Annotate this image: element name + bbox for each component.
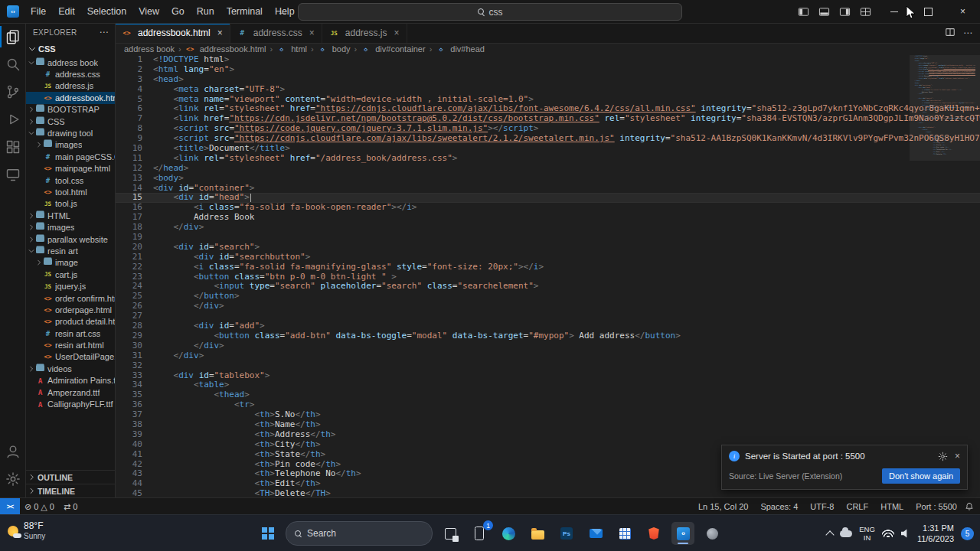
notifications-bell-icon[interactable] <box>965 502 974 511</box>
breadcrumb-address-book[interactable]: address book <box>124 44 175 54</box>
code-line-29[interactable]: 29 <button class="add-btn" data-bs-toggl… <box>115 331 980 341</box>
tree-item-resin-art[interactable]: resin art <box>25 245 115 256</box>
breadcrumb-body[interactable]: ◇body <box>318 44 351 54</box>
toggle-panel-icon[interactable] <box>818 6 830 18</box>
remote-indicator[interactable]: >< <box>0 498 20 515</box>
explorer-more-icon[interactable]: ⋯ <box>100 27 109 37</box>
close-button[interactable]: × <box>946 0 980 23</box>
tree-item-resin-art-css[interactable]: #resin art.css <box>25 328 115 339</box>
code-line-33[interactable]: 33 <div id="tablebox"> <box>115 371 980 381</box>
tree-item-product-detail-html[interactable]: <>product detail.html <box>25 316 115 328</box>
activity-settings[interactable] <box>0 465 25 493</box>
tree-item-main-pagecss-css[interactable]: #main pageCSS.CSS <box>25 151 115 162</box>
code-editor[interactable]: 1<!DOCTYPE html>2<html lang="en">3<head>… <box>115 55 980 497</box>
tree-item-order-confirm-html[interactable]: <>order confirm.html <box>25 292 115 304</box>
tree-item-resin-art-html[interactable]: <>resin art.html <box>25 339 115 350</box>
activity-run-debug[interactable] <box>0 106 25 133</box>
activity-explorer[interactable] <box>0 23 25 51</box>
taskbar-brave-browser-icon[interactable] <box>642 522 665 545</box>
code-line-38[interactable]: 38 <th>Name</th> <box>115 420 980 430</box>
activity-search[interactable] <box>0 51 25 78</box>
menu-go[interactable]: Go <box>165 3 191 20</box>
taskbar-snipping-tool-icon[interactable] <box>701 522 724 545</box>
code-line-12[interactable]: 12</head> <box>115 164 980 174</box>
tree-item-addressbook-html[interactable]: <>addressbook.html <box>25 92 115 103</box>
ports-indicator[interactable]: ⇄ 0 <box>59 502 82 512</box>
taskbar-outlook-mail-icon[interactable] <box>584 522 607 545</box>
code-line-30[interactable]: 30 </div> <box>115 341 980 351</box>
breadcrumb-html[interactable]: ◇html <box>276 44 307 54</box>
notification-close-icon[interactable]: × <box>955 451 960 461</box>
menu-selection[interactable]: Selection <box>81 3 132 20</box>
tree-item-mainpage-html[interactable]: <>mainpage.html <box>25 163 115 174</box>
tree-item-bootstrap[interactable]: BOOTSTRAP <box>25 104 115 116</box>
live-server-port-status[interactable]: Port : 5500 <box>911 502 962 511</box>
code-line-17[interactable]: 17 Address Book <box>115 213 980 223</box>
code-line-18[interactable]: 18 </div> <box>115 223 980 233</box>
tab-close-icon[interactable]: × <box>309 28 315 38</box>
tree-item-cart-js[interactable]: JScart.js <box>25 269 115 280</box>
taskbar-phone-link-icon[interactable]: 1 <box>468 522 491 545</box>
more-actions-icon[interactable]: ⋯ <box>963 28 972 38</box>
code-line-31[interactable]: 31 </div> <box>115 351 980 361</box>
taskbar-task-view-button-icon[interactable] <box>439 522 462 545</box>
tab-address-css[interactable]: #address.css× <box>230 23 322 43</box>
code-line-39[interactable]: 39 <th>Address</th> <box>115 430 980 440</box>
tree-item-tool-html[interactable]: <>tool.html <box>25 186 115 197</box>
tab-address-js[interactable]: JSaddress.js× <box>322 23 407 43</box>
toggle-sidebar-icon[interactable] <box>798 6 809 18</box>
tree-item-images[interactable]: images <box>25 221 115 233</box>
weather-widget[interactable]: 88°F Sunny <box>8 521 45 540</box>
taskbar-start-button-icon[interactable] <box>256 522 279 545</box>
activity-source-control[interactable] <box>0 78 25 106</box>
tree-item-address-js[interactable]: JSaddress.js <box>25 80 115 92</box>
tree-item-address-book[interactable]: address book <box>25 57 115 68</box>
code-line-45[interactable]: 45 <TH>Delete</TH> <box>115 489 980 497</box>
indentation-status[interactable]: Spaces: 4 <box>756 502 802 511</box>
tree-item-address-css[interactable]: #address.css <box>25 68 115 80</box>
tree-item-drawing-tool[interactable]: drawing tool <box>25 127 115 139</box>
toggle-secondary-sidebar-icon[interactable] <box>839 6 851 18</box>
code-line-1[interactable]: 1<!DOCTYPE html> <box>115 55 980 65</box>
timeline-section[interactable]: TIMELINE <box>25 484 115 497</box>
tree-item-orderpage-html[interactable]: <>orderpage.html <box>25 304 115 315</box>
menu-edit[interactable]: Edit <box>52 3 81 20</box>
workspace-section[interactable]: CSS <box>25 41 115 57</box>
taskbar-search-box[interactable]: Search <box>286 521 433 546</box>
cursor-position-status[interactable]: Ln 15, Col 20 <box>694 502 753 511</box>
taskbar-file-explorer-icon[interactable] <box>526 522 549 545</box>
activity-extensions[interactable] <box>0 133 25 161</box>
tab-close-icon[interactable]: × <box>217 28 223 38</box>
tree-item-parallax-website[interactable]: parallax website <box>25 233 115 245</box>
hidden-icons-chevron-icon[interactable] <box>826 530 835 539</box>
outline-section[interactable]: OUTLINE <box>25 470 115 484</box>
tab-close-icon[interactable]: × <box>394 28 399 38</box>
code-line-25[interactable]: 25 </button> <box>115 292 980 302</box>
tree-item-jquery-js[interactable]: JSjquery.js <box>25 280 115 292</box>
tree-item-images[interactable]: images <box>25 139 115 151</box>
notification-count-badge[interactable]: 5 <box>961 527 974 540</box>
breadcrumb-div-container[interactable]: ◇div#container <box>361 44 425 54</box>
tab-addressbook-html[interactable]: <>addressbook.html× <box>115 23 230 43</box>
tree-item-userdetailpage-html[interactable]: <>UserDetailPage.html <box>25 351 115 363</box>
code-line-26[interactable]: 26 </div> <box>115 302 980 311</box>
tree-item-html[interactable]: HTML <box>25 210 115 221</box>
clock-widget[interactable]: 1:31 PM 11/6/2023 <box>917 523 954 545</box>
tree-item-css[interactable]: CSS <box>25 116 115 127</box>
menu-terminal[interactable]: Terminal <box>220 3 269 20</box>
tree-item-image[interactable]: image <box>25 257 115 269</box>
problems-indicator[interactable]: ⊘ 0 △ 0 <box>20 502 59 512</box>
tree-item-tool-js[interactable]: JStool.js <box>25 198 115 210</box>
back-icon[interactable]: ← <box>277 5 288 18</box>
menu-file[interactable]: File <box>24 3 52 20</box>
code-line-2[interactable]: 2<html lang="en"> <box>115 65 980 75</box>
tree-item-admiration-pains-ttf[interactable]: AAdmiration Pains.ttf <box>25 375 115 386</box>
activity-remote-explorer[interactable] <box>0 161 25 188</box>
breadcrumb-addressbook-html[interactable]: <>addressbook.html <box>185 44 266 54</box>
tree-item-tool-css[interactable]: #tool.css <box>25 174 115 186</box>
taskbar-photoshop-icon[interactable] <box>555 522 578 545</box>
tree-item-videos[interactable]: videos <box>25 363 115 374</box>
onedrive-cloud-icon[interactable] <box>840 530 852 537</box>
code-line-24[interactable]: 24 <input type="search" placeholder="sea… <box>115 282 980 292</box>
code-line-11[interactable]: 11 <link rel="stylesheet" href="/address… <box>115 154 980 164</box>
